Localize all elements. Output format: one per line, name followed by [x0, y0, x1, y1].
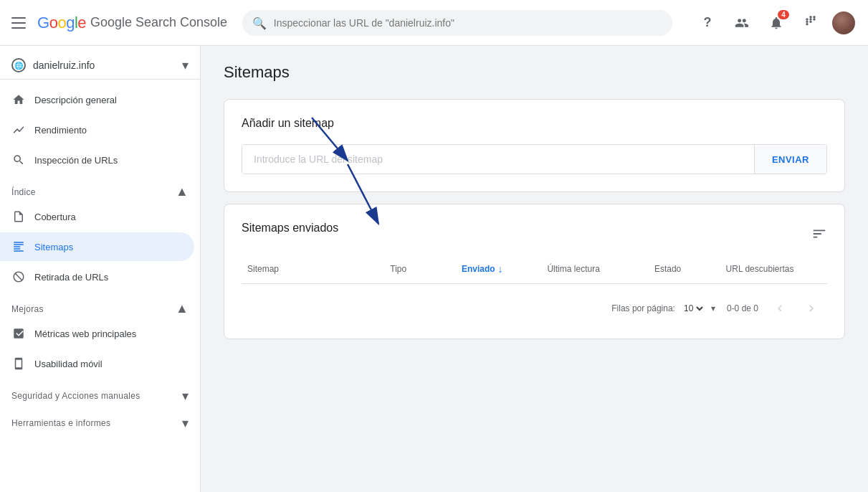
sitemap-url-input[interactable] [242, 145, 754, 174]
core-web-vitals-icon [11, 326, 26, 341]
pagination-row: Filas por página: 10 25 50 ▾ 0-0 de 0 [242, 287, 827, 321]
main-content: Sitemaps Añadir un sitemap ENVIAR Sitema… [201, 46, 868, 492]
url-removal-icon [11, 270, 26, 284]
header-right: ? 4 [693, 9, 857, 37]
property-name: danielruiz.info [33, 60, 175, 71]
help-button[interactable]: ? [693, 9, 722, 37]
submitted-sitemaps-card: Sitemaps enviados Sitemap Tipo [224, 204, 845, 339]
apps-button[interactable] [796, 9, 825, 37]
header-left: Google Google Search Console [11, 14, 227, 32]
rows-per-page-select[interactable]: 10 25 50 [681, 303, 705, 314]
col-ultima-lectura[interactable]: Última lectura [541, 260, 648, 278]
col-enviado[interactable]: Enviado ↓ [456, 260, 542, 278]
property-icon: 🌐 [11, 58, 26, 72]
col-estado[interactable]: Estado [649, 260, 720, 278]
col-url-descubiertas[interactable]: URL descubiertas [720, 260, 827, 278]
menu-icon[interactable] [11, 14, 29, 32]
rows-per-page: Filas por página: 10 25 50 ▾ [611, 303, 715, 314]
google-logo: Google [37, 14, 86, 32]
help-icon: ? [703, 15, 711, 30]
apps-icon [803, 16, 818, 30]
sidebar-item-core-web-vitals[interactable]: Métricas web principales [0, 319, 194, 348]
search-bar: 🔍 [242, 10, 672, 36]
search-icon: 🔍 [252, 16, 267, 29]
section-label-indice: Índice [11, 187, 36, 197]
section-label-mejoras: Mejoras [11, 304, 44, 314]
sidebar-item-label-coverage: Cobertura [34, 212, 76, 222]
col-tipo[interactable]: Tipo [384, 260, 456, 278]
property-selector[interactable]: 🌐 danielruiz.info ▾ [0, 52, 200, 80]
submitted-sitemaps-title: Sitemaps enviados [242, 222, 338, 235]
sidebar-item-performance[interactable]: Rendimiento [0, 115, 194, 144]
main-area: Sitemaps Añadir un sitemap ENVIAR Sitema… [201, 46, 868, 492]
search-input[interactable] [242, 10, 672, 36]
page-title: Sitemaps [224, 63, 845, 82]
notifications-badge: 4 [778, 10, 789, 19]
section-chevron-tools: ▾ [182, 415, 189, 431]
header: Google Google Search Console 🔍 ? 4 [0, 0, 868, 46]
section-chevron-mejoras: ▲ [176, 301, 189, 316]
section-header-mejoras[interactable]: Mejoras ▲ [0, 293, 200, 319]
prev-page-button[interactable] [770, 298, 790, 318]
sidebar-item-label-overview: Descripción general [34, 95, 117, 105]
sidebar-item-label-mobile-usability: Usabilidad móvil [34, 359, 102, 369]
section-chevron-indice: ▲ [176, 184, 189, 199]
sidebar-item-overview[interactable]: Descripción general [0, 85, 194, 114]
notifications-button[interactable]: 4 [762, 9, 791, 37]
section-label-security: Seguridad y Acciones manuales [11, 391, 140, 401]
table-columns: Sitemap Tipo Enviado ↓ Última lectura Es… [242, 260, 827, 284]
coverage-icon [11, 209, 26, 224]
performance-icon [11, 123, 26, 137]
sidebar: 🌐 danielruiz.info ▾ Descripción general … [0, 46, 201, 492]
page-info: 0-0 de 0 [727, 303, 758, 313]
next-page-button[interactable] [801, 298, 821, 318]
sidebar-item-label-core-web-vitals: Métricas web principales [34, 328, 136, 339]
sidebar-item-url-inspection[interactable]: Inspección de URLs [0, 146, 194, 174]
section-header-indice[interactable]: Índice ▲ [0, 176, 200, 202]
sidebar-item-label-url-removal: Retirada de URLs [34, 272, 108, 283]
sidebar-item-label-url-inspection: Inspección de URLs [34, 155, 118, 166]
section-header-security[interactable]: Seguridad y Acciones manuales ▾ [0, 379, 200, 407]
sidebar-item-mobile-usability[interactable]: Usabilidad móvil [0, 349, 194, 378]
rows-dropdown-arrow: ▾ [711, 303, 715, 313]
filter-button[interactable] [811, 226, 827, 245]
mobile-usability-icon [11, 356, 26, 371]
section-chevron-security: ▾ [182, 388, 189, 404]
sidebar-item-label-sitemaps: Sitemaps [34, 242, 73, 252]
sidebar-item-url-removal[interactable]: Retirada de URLs [0, 262, 194, 291]
users-icon [735, 16, 749, 30]
table-header-row: Sitemaps enviados [242, 222, 827, 249]
app-title: Google Google Search Console [37, 14, 227, 32]
section-label-tools: Herramientas e informes [11, 418, 110, 428]
add-sitemap-card: Añadir un sitemap ENVIAR [224, 99, 845, 192]
sitemaps-icon [11, 240, 26, 254]
col-sitemap[interactable]: Sitemap [242, 260, 384, 278]
body-container: 🌐 danielruiz.info ▾ Descripción general … [0, 46, 868, 492]
sidebar-item-coverage[interactable]: Cobertura [0, 202, 194, 231]
sitemap-input-row: ENVIAR [242, 144, 827, 174]
section-header-tools[interactable]: Herramientas e informes ▾ [0, 407, 200, 434]
avatar[interactable] [831, 10, 857, 36]
sort-arrow: ↓ [498, 263, 503, 275]
add-sitemap-title: Añadir un sitemap [242, 117, 827, 130]
enviar-button[interactable]: ENVIAR [754, 146, 826, 174]
rows-per-page-label: Filas por página: [611, 303, 675, 313]
app-subtitle: Google Search Console [90, 15, 227, 30]
overview-icon [11, 93, 26, 107]
users-button[interactable] [728, 9, 756, 37]
url-inspection-icon [11, 153, 26, 167]
sidebar-item-label-performance: Rendimiento [34, 125, 87, 136]
sidebar-item-sitemaps[interactable]: Sitemaps [0, 232, 194, 261]
property-dropdown-arrow: ▾ [182, 57, 189, 73]
